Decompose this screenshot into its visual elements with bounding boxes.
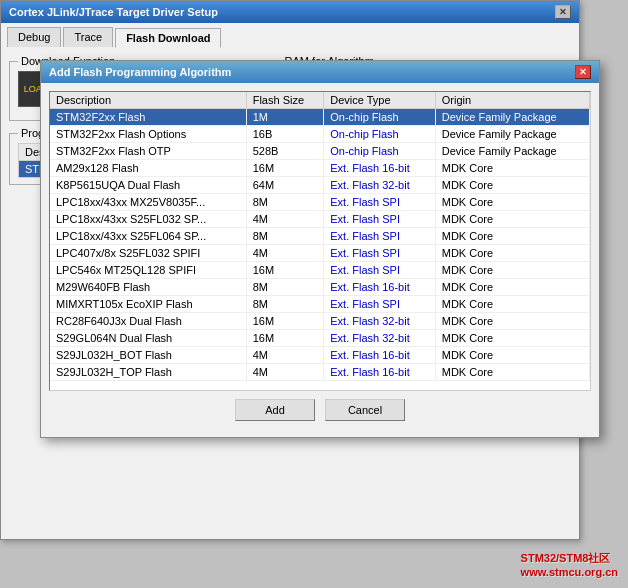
flash-row-device-type: Ext. Flash 16-bit	[324, 364, 435, 381]
flash-row-size: 8M	[246, 194, 324, 211]
flash-row-origin: MDK Core	[435, 262, 589, 279]
flash-col-origin: Origin	[435, 92, 589, 109]
table-row[interactable]: STM32F2xx Flash1MOn-chip FlashDevice Fam…	[50, 109, 590, 126]
flash-row-description: RC28F640J3x Dual Flash	[50, 313, 246, 330]
flash-row-description: LPC546x MT25QL128 SPIFI	[50, 262, 246, 279]
flash-row-size: 528B	[246, 143, 324, 160]
flash-row-origin: MDK Core	[435, 194, 589, 211]
add-flash-dialog: Add Flash Programming Algorithm ✕ Descri…	[40, 60, 600, 438]
dialog-close-button[interactable]: ✕	[575, 65, 591, 79]
flash-row-size: 1M	[246, 109, 324, 126]
flash-row-size: 16M	[246, 160, 324, 177]
flash-row-origin: MDK Core	[435, 330, 589, 347]
flash-row-size: 4M	[246, 245, 324, 262]
flash-row-device-type: Ext. Flash 32-bit	[324, 177, 435, 194]
flash-row-device-type: Ext. Flash 32-bit	[324, 313, 435, 330]
table-row[interactable]: STM32F2xx Flash OTP528BOn-chip FlashDevi…	[50, 143, 590, 160]
flash-row-origin: MDK Core	[435, 279, 589, 296]
flash-row-device-type: On-chip Flash	[324, 143, 435, 160]
table-row[interactable]: LPC407x/8x S25FL032 SPIFI4MExt. Flash SP…	[50, 245, 590, 262]
flash-row-description: LPC18xx/43xx S25FL064 SP...	[50, 228, 246, 245]
watermark: STM32/STM8社区www.stmcu.org.cn	[521, 551, 618, 578]
table-row[interactable]: STM32F2xx Flash Options16BOn-chip FlashD…	[50, 126, 590, 143]
flash-row-description: S29JL032H_BOT Flash	[50, 347, 246, 364]
flash-row-device-type: On-chip Flash	[324, 109, 435, 126]
tabs-row: Debug Trace Flash Download	[1, 23, 579, 47]
table-row[interactable]: LPC18xx/43xx S25FL064 SP...8MExt. Flash …	[50, 228, 590, 245]
flash-row-description: STM32F2xx Flash Options	[50, 126, 246, 143]
flash-row-origin: MDK Core	[435, 364, 589, 381]
flash-row-origin: Device Family Package	[435, 109, 589, 126]
flash-row-description: LPC407x/8x S25FL032 SPIFI	[50, 245, 246, 262]
table-row[interactable]: LPC18xx/43xx MX25V8035F...8MExt. Flash S…	[50, 194, 590, 211]
flash-row-description: M29W640FB Flash	[50, 279, 246, 296]
flash-row-description: STM32F2xx Flash	[50, 109, 246, 126]
cancel-button[interactable]: Cancel	[325, 399, 405, 421]
flash-row-description: LPC18xx/43xx MX25V8035F...	[50, 194, 246, 211]
flash-row-description: S29GL064N Dual Flash	[50, 330, 246, 347]
table-row[interactable]: RC28F640J3x Dual Flash16MExt. Flash 32-b…	[50, 313, 590, 330]
flash-row-size: 4M	[246, 347, 324, 364]
flash-row-origin: Device Family Package	[435, 143, 589, 160]
flash-row-origin: MDK Core	[435, 245, 589, 262]
dialog-content: Description Flash Size Device Type Origi…	[41, 83, 599, 437]
flash-row-origin: MDK Core	[435, 296, 589, 313]
flash-col-device-type: Device Type	[324, 92, 435, 109]
flash-row-device-type: Ext. Flash SPI	[324, 228, 435, 245]
flash-row-size: 16M	[246, 262, 324, 279]
table-row[interactable]: S29GL064N Dual Flash16MExt. Flash 32-bit…	[50, 330, 590, 347]
table-row[interactable]: AM29x128 Flash16MExt. Flash 16-bitMDK Co…	[50, 160, 590, 177]
flash-row-description: LPC18xx/43xx S25FL032 SP...	[50, 211, 246, 228]
flash-row-origin: MDK Core	[435, 211, 589, 228]
flash-row-size: 4M	[246, 211, 324, 228]
flash-row-size: 8M	[246, 296, 324, 313]
flash-row-description: S29JL032H_TOP Flash	[50, 364, 246, 381]
flash-row-size: 8M	[246, 228, 324, 245]
flash-row-size: 16M	[246, 313, 324, 330]
table-row[interactable]: LPC18xx/43xx S25FL032 SP...4MExt. Flash …	[50, 211, 590, 228]
flash-row-origin: MDK Core	[435, 177, 589, 194]
table-row[interactable]: LPC546x MT25QL128 SPIFI16MExt. Flash SPI…	[50, 262, 590, 279]
table-row[interactable]: MIMXRT105x EcoXIP Flash8MExt. Flash SPIM…	[50, 296, 590, 313]
bg-title: Cortex JLink/JTrace Target Driver Setup	[9, 6, 218, 18]
flash-row-size: 8M	[246, 279, 324, 296]
flash-row-device-type: Ext. Flash SPI	[324, 245, 435, 262]
flash-row-origin: MDK Core	[435, 313, 589, 330]
flash-row-device-type: Ext. Flash SPI	[324, 194, 435, 211]
flash-table: Description Flash Size Device Type Origi…	[50, 92, 590, 381]
flash-row-device-type: Ext. Flash 16-bit	[324, 347, 435, 364]
tab-debug[interactable]: Debug	[7, 27, 61, 47]
flash-table-container[interactable]: Description Flash Size Device Type Origi…	[49, 91, 591, 391]
flash-row-origin: Device Family Package	[435, 126, 589, 143]
flash-row-size: 4M	[246, 364, 324, 381]
bg-close-button[interactable]: ✕	[555, 5, 571, 19]
flash-col-size: Flash Size	[246, 92, 324, 109]
tab-flash-download[interactable]: Flash Download	[115, 28, 221, 48]
flash-row-description: AM29x128 Flash	[50, 160, 246, 177]
tab-trace[interactable]: Trace	[63, 27, 113, 47]
flash-row-device-type: Ext. Flash SPI	[324, 211, 435, 228]
table-row[interactable]: S29JL032H_TOP Flash4MExt. Flash 16-bitMD…	[50, 364, 590, 381]
dialog-titlebar: Add Flash Programming Algorithm ✕	[41, 61, 599, 83]
flash-row-device-type: Ext. Flash 32-bit	[324, 330, 435, 347]
flash-row-description: MIMXRT105x EcoXIP Flash	[50, 296, 246, 313]
flash-row-size: 64M	[246, 177, 324, 194]
dialog-title: Add Flash Programming Algorithm	[49, 66, 231, 78]
dialog-buttons: Add Cancel	[49, 391, 591, 429]
flash-row-device-type: Ext. Flash SPI	[324, 296, 435, 313]
table-row[interactable]: S29JL032H_BOT Flash4MExt. Flash 16-bitMD…	[50, 347, 590, 364]
flash-row-size: 16B	[246, 126, 324, 143]
flash-row-origin: MDK Core	[435, 347, 589, 364]
flash-col-description: Description	[50, 92, 246, 109]
flash-row-device-type: Ext. Flash SPI	[324, 262, 435, 279]
table-row[interactable]: K8P5615UQA Dual Flash64MExt. Flash 32-bi…	[50, 177, 590, 194]
flash-row-origin: MDK Core	[435, 228, 589, 245]
flash-row-device-type: Ext. Flash 16-bit	[324, 160, 435, 177]
bg-titlebar: Cortex JLink/JTrace Target Driver Setup …	[1, 1, 579, 23]
flash-row-size: 16M	[246, 330, 324, 347]
add-button[interactable]: Add	[235, 399, 315, 421]
flash-row-origin: MDK Core	[435, 160, 589, 177]
flash-row-device-type: On-chip Flash	[324, 126, 435, 143]
table-row[interactable]: M29W640FB Flash8MExt. Flash 16-bitMDK Co…	[50, 279, 590, 296]
flash-row-description: K8P5615UQA Dual Flash	[50, 177, 246, 194]
